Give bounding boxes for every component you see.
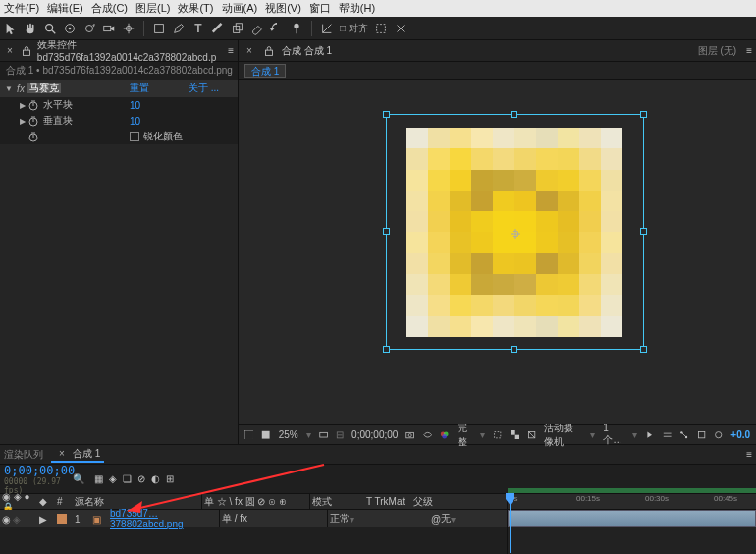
snap-toggle[interactable]: □ 对齐 xyxy=(340,22,368,35)
resize-handle[interactable] xyxy=(511,111,517,118)
roi-icon[interactable] xyxy=(493,429,502,441)
camera-tool-icon[interactable] xyxy=(102,22,116,35)
render-icon[interactable] xyxy=(697,429,706,441)
local-axis-icon[interactable] xyxy=(320,22,334,35)
layer-trkmat[interactable] xyxy=(382,510,429,527)
menu-animation[interactable]: 动画(A) xyxy=(222,1,258,16)
brush-tool-icon[interactable] xyxy=(211,22,225,35)
time-display[interactable]: 0;00;00;00 xyxy=(351,429,398,440)
time-ruler[interactable]: 0s 00:15s 00:30s 00:45s xyxy=(508,494,756,510)
search-icon[interactable]: 🔍 xyxy=(73,473,86,484)
snap-edge-icon[interactable] xyxy=(374,22,388,35)
hide-shy-icon[interactable]: ❏ xyxy=(123,473,132,484)
resize-handle[interactable] xyxy=(383,111,390,118)
views-dropdown[interactable]: 1 个… xyxy=(603,422,624,447)
timeline-icon[interactable] xyxy=(663,429,672,441)
prop-checkbox[interactable]: 锐化颜色 xyxy=(130,130,238,143)
menu-file[interactable]: 文件(F) xyxy=(4,1,39,16)
alpha-toggle-icon[interactable] xyxy=(244,429,253,441)
effects-panel-title[interactable]: 效果控件 bd735d76fa1392a0014c2a378802abcd.p xyxy=(37,38,224,63)
graph-editor-icon[interactable]: ⊞ xyxy=(166,473,174,484)
label-color-swatch[interactable] xyxy=(57,514,67,524)
snapshot-icon[interactable] xyxy=(405,429,414,441)
prop-value[interactable]: 10 xyxy=(130,116,238,127)
comp-mini-icon[interactable]: ▦ xyxy=(94,473,103,484)
resize-handle[interactable] xyxy=(511,346,517,353)
resolution-icon[interactable] xyxy=(319,429,328,441)
work-area[interactable] xyxy=(508,488,756,493)
resize-handle[interactable] xyxy=(383,346,390,353)
selection-tool-icon[interactable] xyxy=(4,22,18,35)
effect-reset-link[interactable]: 重置 xyxy=(130,82,189,95)
pin-tool-icon[interactable] xyxy=(290,22,303,35)
close-panel-icon[interactable]: × xyxy=(4,44,16,58)
panel-menu-icon[interactable]: ≡ xyxy=(746,45,752,56)
view-menu-label[interactable]: 图层 (无) xyxy=(698,44,736,58)
resize-handle[interactable] xyxy=(640,228,647,235)
comp-flow-icon[interactable] xyxy=(679,429,688,441)
cti-head-icon[interactable] xyxy=(506,493,514,503)
rotate-tool-icon[interactable] xyxy=(82,22,96,35)
hand-tool-icon[interactable] xyxy=(24,22,37,35)
layer-twirl[interactable]: ▶ xyxy=(37,510,55,527)
layer-parent[interactable]: @ 无 ▾ xyxy=(429,510,472,527)
tab-comp1[interactable]: ×合成 1 xyxy=(51,447,104,463)
resize-handle[interactable] xyxy=(640,111,647,118)
panel-menu-icon[interactable]: ≡ xyxy=(228,45,234,56)
roto-tool-icon[interactable] xyxy=(270,22,284,35)
frame-blend-icon[interactable]: ⊘ xyxy=(137,473,145,484)
tab-render-queue[interactable]: 渲染队列 xyxy=(4,448,43,462)
clone-tool-icon[interactable] xyxy=(231,22,244,35)
menu-edit[interactable]: 编辑(E) xyxy=(47,1,83,16)
layer-mode[interactable]: 正常 ▾ xyxy=(328,510,382,527)
menu-effect[interactable]: 效果(T) xyxy=(178,1,213,16)
draft-3d-icon[interactable]: ◈ xyxy=(109,473,117,484)
fast-preview-icon[interactable] xyxy=(645,429,654,441)
text-tool-icon[interactable]: T xyxy=(191,22,205,35)
parent-header[interactable]: 父级 xyxy=(411,494,455,509)
camera-dropdown[interactable]: 活动摄像机 xyxy=(544,421,582,449)
menu-layer[interactable]: 图层(L) xyxy=(135,1,170,16)
disclosure-arrow-icon[interactable]: ▶ xyxy=(18,117,27,126)
stopwatch-icon[interactable] xyxy=(27,131,39,142)
timeline-tracks[interactable]: 0s 00:15s 00:30s 00:45s xyxy=(508,494,756,554)
av-toggles[interactable]: ◉ ◈ xyxy=(0,510,37,527)
layer-row[interactable]: ◉ ◈ ▶ 1 ▣ bd735d7…378802abcd.png 单 / fx … xyxy=(0,510,507,527)
anchor-tool-icon[interactable] xyxy=(122,22,135,35)
fx-toggle-icon[interactable]: fx xyxy=(14,83,27,94)
comp-tab-active[interactable]: 合成 合成 1 xyxy=(282,44,332,58)
layer-label[interactable] xyxy=(55,510,73,527)
resize-handle[interactable] xyxy=(383,228,390,235)
effects-icon[interactable] xyxy=(714,429,723,441)
shape-tool-icon[interactable] xyxy=(152,22,166,35)
flow-tab-comp1[interactable]: 合成 1 xyxy=(244,64,286,78)
disclosure-arrow-icon[interactable]: ▶ xyxy=(18,101,27,110)
eraser-tool-icon[interactable] xyxy=(250,22,264,35)
menu-window[interactable]: 窗口 xyxy=(309,1,331,16)
effect-name[interactable]: 马赛克 xyxy=(27,82,130,95)
current-time-indicator[interactable] xyxy=(510,494,511,553)
disclosure-arrow-icon[interactable]: ▼ xyxy=(4,84,14,93)
motion-blur-icon[interactable]: ◐ xyxy=(151,473,160,484)
effect-about-link[interactable]: 关于 ... xyxy=(189,82,238,95)
layer-name[interactable]: bd735d7…378802abcd.png xyxy=(108,510,220,527)
resolution-dropdown[interactable]: 完整 xyxy=(458,421,473,449)
close-tab-icon[interactable]: × xyxy=(55,447,69,461)
zoom-tool-icon[interactable] xyxy=(43,22,57,35)
trkmat-header[interactable]: T TrkMat xyxy=(364,494,411,509)
show-snapshot-icon[interactable] xyxy=(423,429,432,441)
prop-value[interactable]: 10 xyxy=(130,100,238,111)
menu-view[interactable]: 视图(V) xyxy=(265,1,301,16)
channel-icon[interactable] xyxy=(261,429,270,441)
selection-bounds[interactable] xyxy=(386,114,644,350)
stopwatch-icon[interactable] xyxy=(27,115,39,127)
menu-help[interactable]: 帮助(H) xyxy=(339,1,375,16)
stopwatch-icon[interactable] xyxy=(27,99,39,111)
effect-mosaic[interactable]: ▼ fx 马赛克 重置 关于 ... xyxy=(0,80,238,97)
menu-compose[interactable]: 合成(C) xyxy=(91,1,128,16)
panel-lock-icon[interactable] xyxy=(20,44,33,58)
layer-switches[interactable]: 单 / fx xyxy=(220,510,328,527)
close-panel-icon[interactable]: × xyxy=(243,44,256,58)
color-channels-icon[interactable] xyxy=(440,429,449,441)
panel-menu-icon[interactable]: ≡ xyxy=(746,449,752,460)
